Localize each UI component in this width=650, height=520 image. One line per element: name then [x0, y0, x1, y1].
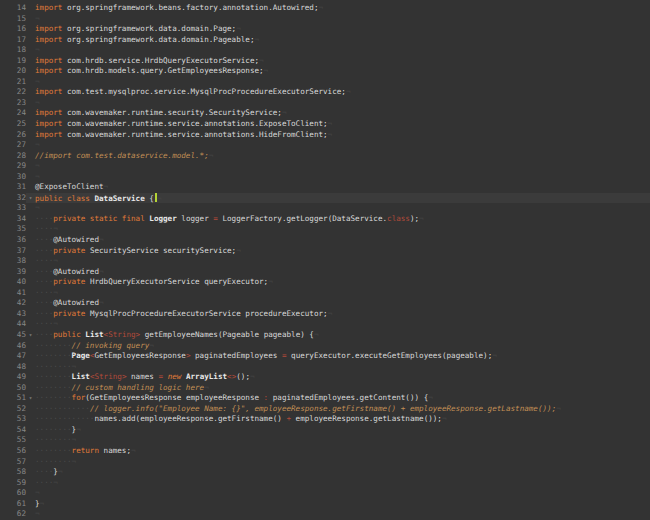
code-line[interactable]: 55········¬ [0, 435, 650, 446]
code-line[interactable]: 26import com.wavemaker.runtime.service.a… [0, 130, 650, 141]
eol-marker: ¬ [53, 478, 58, 487]
fold-gutter [26, 267, 35, 278]
code-line[interactable]: 62¬ [0, 509, 650, 520]
eol-marker: ¬ [53, 319, 58, 328]
line-number: 51 [0, 393, 26, 404]
code-line[interactable]: 48········¬ [0, 362, 650, 373]
whitespace-dots: ············· [35, 414, 94, 423]
code-token: ); [410, 214, 419, 223]
line-number: 44 [0, 319, 26, 330]
code-token: ArrayList [186, 372, 227, 381]
code-line[interactable]: 32▾public class DataService {¬ [0, 193, 650, 204]
code-token: { [145, 193, 154, 202]
code-line[interactable]: 33¬ [0, 203, 650, 214]
whitespace-dots: ········ [35, 393, 72, 402]
code-line[interactable]: 16import org.springframework.data.domain… [0, 24, 650, 35]
code-line[interactable]: 44····¬ [0, 319, 650, 330]
eol-marker: ¬ [35, 203, 40, 212]
whitespace-dots: ···· [35, 246, 53, 255]
code-text: }¬ [35, 499, 650, 510]
eol-marker: ¬ [40, 499, 45, 508]
line-number: 32 [0, 193, 26, 204]
code-line[interactable]: 61}¬ [0, 499, 650, 510]
eol-marker: ¬ [254, 35, 259, 44]
eol-marker: ¬ [35, 488, 40, 497]
code-line[interactable]: 45▾····public List<String> getEmployeeNa… [0, 330, 650, 341]
code-token: List [85, 330, 103, 339]
fold-arrow-icon[interactable]: ▾ [26, 193, 35, 204]
code-line[interactable]: 36····@Autowired¬ [0, 235, 650, 246]
code-token: logger [177, 214, 214, 223]
code-line[interactable]: 50········// custom handling logic here¬ [0, 383, 650, 394]
code-line[interactable]: 23¬ [0, 98, 650, 109]
code-token: import [35, 119, 62, 128]
code-line[interactable]: 14import org.springframework.beans.facto… [0, 3, 650, 14]
code-line[interactable]: 51▾········for(GetEmployeesResponse empl… [0, 393, 650, 404]
code-line[interactable]: 54········}¬ [0, 425, 650, 436]
eol-marker: ¬ [236, 246, 241, 255]
eol-marker: ¬ [556, 404, 561, 413]
eol-marker: ¬ [99, 267, 104, 276]
code-line[interactable]: 38····¬ [0, 256, 650, 267]
eol-marker: ¬ [53, 256, 58, 265]
code-line[interactable]: 31@ExposeToClient¬ [0, 182, 650, 193]
code-token: <String> [104, 330, 141, 339]
code-line[interactable]: 43····private MysqlProcProcedureExecutor… [0, 309, 650, 320]
code-line[interactable]: 29¬ [0, 161, 650, 172]
code-text: import org.springframework.data.domain.P… [35, 35, 650, 46]
code-line[interactable]: 35····¬ [0, 224, 650, 235]
code-token: names.add(employeeResponse.getFirstname(… [94, 414, 286, 423]
code-line[interactable]: 34····private static final Logger logger… [0, 214, 650, 225]
line-number: 19 [0, 56, 26, 67]
line-number: 40 [0, 277, 26, 288]
code-text: ········¬ [35, 457, 650, 468]
code-line[interactable]: 15¬ [0, 14, 650, 25]
code-line[interactable]: 19import com.hrdb.service.HrdbQueryExecu… [0, 56, 650, 67]
code-line[interactable]: 53·············names.add(employeeRespons… [0, 414, 650, 425]
code-token: Page [72, 351, 90, 360]
code-text: ········}¬ [35, 425, 650, 436]
code-line[interactable]: 28//import com.test.dataservice.model.*;… [0, 151, 650, 162]
code-line[interactable]: 56········return names;¬ [0, 446, 650, 457]
code-line[interactable]: 39····@Autowired¬ [0, 267, 650, 278]
code-line[interactable]: 37····private SecurityService securitySe… [0, 246, 650, 257]
code-text: ¬ [35, 45, 650, 56]
line-number: 18 [0, 45, 26, 56]
code-token: names [126, 372, 158, 381]
code-line[interactable]: 17import org.springframework.data.domain… [0, 35, 650, 46]
code-line[interactable]: 18¬ [0, 45, 650, 56]
code-line[interactable]: 20import com.hrdb.models.query.GetEmploy… [0, 66, 650, 77]
code-line[interactable]: 59····¬ [0, 478, 650, 489]
code-token: @Autowired [53, 267, 99, 276]
code-line[interactable]: 21¬ [0, 77, 650, 88]
eol-marker: ¬ [35, 98, 40, 107]
code-token: private [53, 246, 90, 255]
code-line[interactable]: 49········List<String> names = new Array… [0, 372, 650, 383]
whitespace-dots: ········ [35, 362, 72, 371]
code-token: com.wavemaker.runtime.service.annotation… [62, 119, 327, 128]
code-line[interactable]: 27¬ [0, 140, 650, 151]
fold-gutter [26, 172, 35, 183]
fold-arrow-icon[interactable]: ▾ [26, 330, 35, 341]
fold-gutter [26, 414, 35, 425]
code-editor[interactable]: 14import org.springframework.beans.facto… [0, 0, 650, 520]
code-line[interactable]: 52············// logger.info("Employee N… [0, 404, 650, 415]
code-line[interactable]: 24import com.wavemaker.runtime.security.… [0, 108, 650, 119]
code-line[interactable]: 42····@Autowired¬ [0, 298, 650, 309]
fold-arrow-icon[interactable]: ▾ [26, 393, 35, 404]
code-line[interactable]: 22import com.test.mysqlproc.service.Mysq… [0, 87, 650, 98]
code-line[interactable]: 40····private HrdbQueryExecutorService q… [0, 277, 650, 288]
code-token: // invoking query [72, 341, 150, 350]
code-line[interactable]: 46········// invoking query¬ [0, 341, 650, 352]
code-line[interactable]: 57········¬ [0, 457, 650, 468]
code-line[interactable]: 25import com.wavemaker.runtime.service.a… [0, 119, 650, 130]
eol-marker: ¬ [236, 24, 241, 33]
code-line[interactable]: 58····}¬ [0, 467, 650, 478]
code-line[interactable]: 41····¬ [0, 288, 650, 299]
code-line[interactable]: 30¬ [0, 172, 650, 183]
code-text: ····¬ [35, 319, 650, 330]
line-number: 39 [0, 267, 26, 278]
code-line[interactable]: 47········Page<GetEmployeesResponse> pag… [0, 351, 650, 362]
code-line[interactable]: 60¬ [0, 488, 650, 499]
fold-gutter [26, 161, 35, 172]
